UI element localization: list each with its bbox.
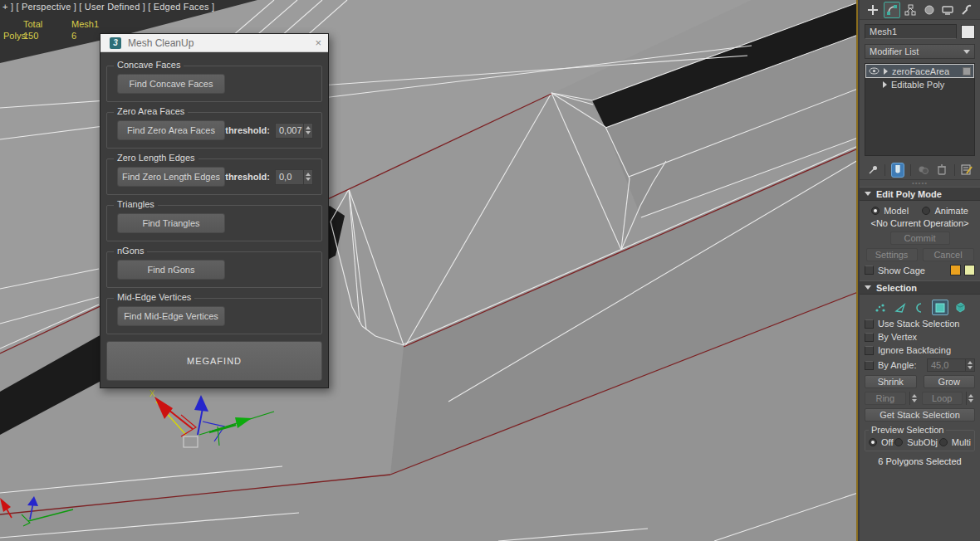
preview-multi-radio[interactable] <box>939 438 948 446</box>
cancel-button[interactable]: Cancel <box>923 248 974 261</box>
tab-hierarchy[interactable] <box>902 2 919 18</box>
find-concave-faces-button[interactable]: Find Concave Faces <box>117 74 225 94</box>
spinner-arrows[interactable] <box>303 170 312 184</box>
chevron-down-icon <box>963 50 970 54</box>
cage-selected-color-swatch[interactable] <box>964 265 975 275</box>
viewport-label[interactable]: + ] [ Perspective ] [ User Defined ] [ E… <box>2 2 214 12</box>
stats-mesh-label: Mesh1 <box>71 19 99 29</box>
by-angle-checkbox[interactable] <box>865 361 874 370</box>
ignore-backfacing-checkbox[interactable] <box>865 346 874 355</box>
by-vertex-checkbox[interactable] <box>865 333 874 342</box>
settings-button[interactable]: Settings <box>866 248 918 261</box>
tab-utilities[interactable] <box>958 2 975 18</box>
cage-color-swatch[interactable] <box>950 265 961 275</box>
ignore-backfacing-label: Ignore Backfacing <box>878 345 951 355</box>
close-icon[interactable]: × <box>315 37 321 49</box>
find-triangles-button[interactable]: Find Triangles <box>117 213 225 233</box>
group-label: Mid-Edge Vertices <box>114 292 194 302</box>
rollout-title: Selection <box>876 283 917 293</box>
modifier-stack: zeroFaceArea Editable Poly <box>865 63 975 156</box>
group-label: nGons <box>114 246 147 256</box>
threshold-value[interactable]: 0,007 <box>276 125 303 135</box>
use-stack-selection-label: Use Stack Selection <box>878 319 959 329</box>
get-stack-selection-button[interactable]: Get Stack Selection <box>865 408 975 422</box>
object-name-row: Mesh1 <box>860 24 980 39</box>
configure-modifier-sets-icon[interactable] <box>961 163 973 178</box>
rollout-edit-poly-mode[interactable]: Edit Poly Mode <box>860 187 980 201</box>
zero-area-threshold-spinner[interactable]: 0,007 <box>275 123 313 139</box>
expand-arrow-icon[interactable] <box>883 81 887 88</box>
edge-mode-icon[interactable] <box>892 300 909 315</box>
by-vertex-label: By Vertex <box>878 332 917 342</box>
group-concave-faces: Concave Faces Find Concave Faces <box>106 66 322 102</box>
current-operation-text: <No Current Operation> <box>865 218 975 228</box>
ring-button[interactable]: Ring <box>865 392 906 405</box>
find-mid-edge-vertices-button[interactable]: Find Mid-Edge Vertices <box>117 306 225 326</box>
preview-selection-label: Preview Selection <box>869 425 946 435</box>
tab-create[interactable] <box>865 2 881 18</box>
object-name-field[interactable]: Mesh1 <box>865 24 957 39</box>
stats-polys-mesh: 6 <box>71 31 76 41</box>
selection-status: 6 Polygons Selected <box>865 456 975 466</box>
animate-radio-group[interactable]: Animate <box>922 206 968 216</box>
by-angle-spinner[interactable]: 45,0 <box>927 358 975 372</box>
make-unique-icon[interactable] <box>917 163 929 178</box>
preview-off-radio[interactable] <box>869 438 877 446</box>
group-label: Triangles <box>114 199 158 209</box>
stack-row-zerofacearea[interactable]: zeroFaceArea <box>865 64 974 78</box>
animate-radio[interactable] <box>922 207 930 215</box>
dialog-titlebar[interactable]: 3 Mesh CleanUp × <box>100 34 328 52</box>
model-radio[interactable] <box>871 207 880 215</box>
expand-arrow-icon[interactable] <box>884 68 888 75</box>
border-mode-icon[interactable] <box>912 300 929 315</box>
selection-body: Use Stack Selection By Vertex Ignore Bac… <box>860 295 980 471</box>
by-angle-value[interactable]: 45,0 <box>928 360 965 370</box>
loop-button[interactable]: Loop <box>922 392 963 405</box>
stack-row-label: zeroFaceArea <box>892 66 949 76</box>
show-end-result-icon[interactable] <box>891 163 904 178</box>
preview-off-label: Off <box>881 437 893 447</box>
show-cage-checkbox[interactable] <box>865 266 874 275</box>
element-mode-icon[interactable] <box>952 300 968 315</box>
megafind-button[interactable]: MEGAFIND <box>106 341 322 381</box>
edit-poly-mode-body: Model Animate <No Current Operation> Com… <box>860 201 980 280</box>
polygon-mode-icon[interactable] <box>932 300 948 315</box>
zero-length-threshold-spinner[interactable]: 0,0 <box>275 169 313 185</box>
preview-multi-group[interactable]: Multi <box>939 437 971 447</box>
threshold-label: threshold: <box>225 125 270 135</box>
find-ngons-button[interactable]: Find nGons <box>117 260 225 280</box>
vertex-mode-icon[interactable] <box>872 300 889 315</box>
ring-spinner[interactable] <box>909 392 919 405</box>
find-zero-area-faces-button[interactable]: Find Zero Area Faces <box>117 120 225 140</box>
spinner-arrows[interactable] <box>303 124 312 138</box>
find-zero-length-edges-button[interactable]: Find Zero Length Edges <box>117 167 225 187</box>
tab-modify[interactable] <box>884 2 900 18</box>
preview-subobj-radio[interactable] <box>894 438 903 446</box>
max-script-icon: 3 <box>110 37 121 49</box>
show-cage-label: Show Cage <box>878 266 925 275</box>
panel-grip[interactable]: ••••• <box>860 180 980 187</box>
grow-button[interactable]: Grow <box>924 375 976 388</box>
stats-total-label: Total <box>23 19 42 29</box>
stack-row-button[interactable] <box>963 67 971 76</box>
tab-display[interactable] <box>939 2 956 18</box>
rollout-selection[interactable]: Selection <box>860 280 980 295</box>
loop-spinner[interactable] <box>966 392 975 405</box>
shrink-button[interactable]: Shrink <box>865 375 917 388</box>
use-stack-selection-checkbox[interactable] <box>865 319 874 329</box>
threshold-value[interactable]: 0,0 <box>276 172 303 182</box>
modifier-list-dropdown[interactable]: Modifier List <box>865 44 975 59</box>
model-radio-group[interactable]: Model <box>871 206 909 216</box>
pin-stack-icon[interactable] <box>866 163 879 178</box>
remove-modifier-icon[interactable] <box>935 163 948 178</box>
object-color-swatch[interactable] <box>961 25 975 39</box>
stack-row-editable-poly[interactable]: Editable Poly <box>865 78 974 91</box>
command-panel-tabs <box>860 0 980 20</box>
tab-motion[interactable] <box>921 2 938 18</box>
model-label: Model <box>884 206 909 216</box>
preview-off-group[interactable]: Off <box>869 437 893 447</box>
dialog-body: Concave Faces Find Concave Faces Zero Ar… <box>100 52 328 389</box>
commit-button[interactable]: Commit <box>890 232 950 245</box>
preview-subobj-group[interactable]: SubObj <box>894 437 938 447</box>
eye-icon[interactable] <box>869 67 880 75</box>
